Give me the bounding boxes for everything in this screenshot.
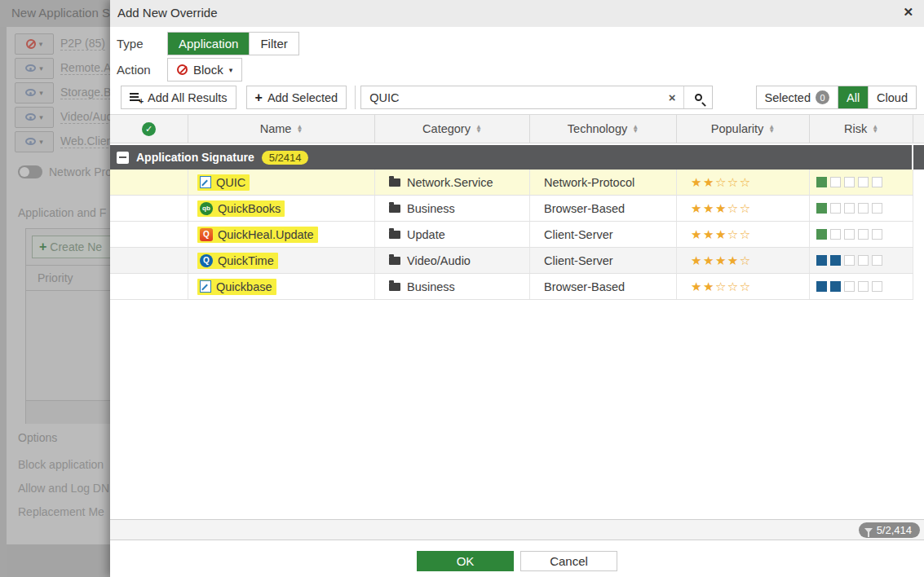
clear-search-icon[interactable]: × [661,90,683,104]
scope-selected-button[interactable]: Selected 0 [757,86,838,108]
scope-all-button[interactable]: All [838,86,868,108]
select-cell[interactable] [110,248,188,273]
network-protocol-toggle-row: Network Pro [18,165,110,178]
application-name[interactable]: QUIC [216,176,245,189]
table-row[interactable]: QuickbaseBusinessBrowser-Based★★☆☆☆ [110,274,913,300]
column-header-name[interactable]: Name▲▼ [188,114,375,143]
risk-bar [844,177,855,187]
search-highlight: Quickbase [197,279,276,295]
toggle-label: Network Pro [49,165,110,178]
table-row[interactable]: QQuickTimeVideo/AudioClient-Server★★★★☆ [110,248,913,274]
background-sensor-panel: ▾P2P (85)▾Remote.A▾Storage.B▾Video/Aud▾W… [7,27,110,544]
plus-icon: + [255,90,263,105]
folder-icon [389,283,400,291]
sensor-item-label[interactable]: Remote.A [60,61,110,75]
create-new-button[interactable]: + Create Ne [32,236,110,258]
sensor-item-label[interactable]: P2P (85) [60,37,105,51]
background-page-bottom [7,544,110,577]
application-name[interactable]: QuickTime [218,254,274,267]
check-circle-icon: ✓ [142,122,156,136]
sensor-item-label[interactable]: Storage.B [60,86,110,99]
type-option-filter[interactable]: Filter [249,33,298,55]
column-header-risk[interactable]: Risk▲▼ [810,114,913,143]
popularity-cell: ★★★☆☆ [677,196,810,221]
visibility-dropdown-button[interactable]: ▾ [15,58,54,79]
column-header-category[interactable]: Category▲▼ [375,114,530,143]
technology-cell: Client-Server [530,222,677,247]
create-new-label: Create Ne [50,240,102,253]
folder-icon [389,231,400,239]
cancel-button[interactable]: Cancel [520,551,617,571]
column-header-label: Technology [568,122,627,135]
risk-cell [810,170,913,195]
sensor-item-label[interactable]: Web.Clien [60,134,110,148]
table-row[interactable]: QQuickHeal.UpdateUpdateClient-Server★★★☆… [110,222,913,248]
ok-button[interactable]: OK [417,551,514,571]
select-cell[interactable] [110,170,188,195]
application-table-body: QUICNetwork.ServiceNetwork-Protocol★★☆☆☆… [110,170,913,300]
group-row-main: Application Signature 5/2414 [110,145,912,170]
risk-bar [816,281,827,292]
dialog-footer: OK Cancel [110,541,924,577]
type-option-application[interactable]: Application [168,33,249,55]
add-all-results-button[interactable]: + Add All Results [121,86,237,109]
select-cell[interactable] [110,196,188,221]
select-cell[interactable] [110,222,188,247]
application-name[interactable]: QuickHeal.Update [218,228,314,241]
visibility-dropdown-button[interactable]: ▾ [15,107,54,128]
collapse-minus-icon[interactable] [117,152,129,164]
toggle-switch-icon[interactable] [18,165,42,178]
risk-cell [810,274,913,299]
action-dropdown[interactable]: Block ▾ [167,58,242,81]
search-button[interactable] [684,94,712,101]
column-header-popularity[interactable]: Popularity▲▼ [677,114,810,143]
table-row[interactable]: QUICNetwork.ServiceNetwork-Protocol★★☆☆☆ [110,170,913,196]
action-value: Block [193,63,223,77]
column-header-technology[interactable]: Technology▲▼ [530,114,677,143]
risk-cell [810,248,913,273]
category-cell: Video/Audio [375,248,530,273]
toolbar-divider [355,86,356,109]
scope-cloud-button[interactable]: Cloud [868,86,916,108]
type-segmented-control: Application Filter [167,32,299,55]
visibility-dropdown-button[interactable]: ▾ [15,131,54,152]
select-column-header[interactable]: ✓ [110,114,188,143]
toolbar: + Add All Results + Add Selected × Selec… [121,86,917,109]
chevron-down-icon: ▾ [229,66,233,74]
risk-bar [830,177,841,187]
search-highlight: QQuickTime [197,253,278,269]
app-doc-icon [200,280,211,293]
subpanel-footer [26,400,110,424]
sort-icon: ▲▼ [872,125,878,133]
eye-icon [25,138,36,145]
risk-bar [872,281,882,292]
options-title: Options [18,431,57,444]
chevron-down-icon: ▾ [39,89,43,97]
table-row[interactable]: qbQuickBooksBusinessBrowser-Based★★★☆☆ [110,196,913,222]
risk-bar [816,177,827,187]
application-name[interactable]: Quickbase [216,280,272,293]
sensor-item-label[interactable]: Video/Aud [60,110,110,124]
sort-icon: ▲▼ [296,125,303,133]
application-name[interactable]: QuickBooks [218,202,281,215]
close-icon[interactable]: ✕ [903,5,913,20]
category-label: Business [407,280,455,293]
visibility-dropdown-button[interactable]: ▾ [15,82,54,104]
folder-icon [389,178,400,187]
risk-bar [816,229,827,240]
folder-icon [389,205,400,213]
select-cell[interactable] [110,274,188,299]
dimmed-background-page: New Application S ▾P2P (85)▾Remote.A▾Sto… [0,0,110,577]
scope-segmented-control: Selected 0 All Cloud [756,86,917,109]
technology-cell: Browser-Based [530,274,677,299]
name-cell: Quickbase [188,274,375,299]
table-header-row: ✓ Name▲▼Category▲▼Technology▲▼Popularity… [110,114,924,143]
risk-bar [858,255,869,266]
add-selected-button[interactable]: + Add Selected [246,86,347,109]
eye-icon [25,113,36,121]
visibility-dropdown-button[interactable]: ▾ [15,33,54,55]
chevron-down-icon: ▾ [39,40,43,48]
popularity-cell: ★★☆☆☆ [677,274,810,299]
search-box: × [360,86,713,109]
search-input[interactable] [361,91,661,104]
